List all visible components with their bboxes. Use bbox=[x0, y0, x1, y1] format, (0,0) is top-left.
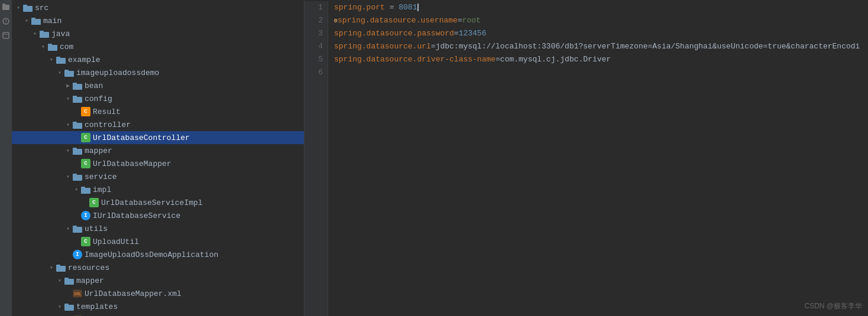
svg-rect-30 bbox=[81, 187, 85, 189]
tree-arrow-example: ▾ bbox=[47, 56, 56, 63]
code-editor: 123456 spring.port = 8081 ⚙spring.dataso… bbox=[305, 0, 868, 316]
line-num-3: 3 bbox=[305, 27, 323, 40]
tree-item-UrlDatabaseMapper[interactable]: CUrlDatabaseMapper bbox=[12, 157, 304, 170]
tree-label-utils: utils bbox=[85, 224, 108, 233]
code-line-1: spring.port = 8081 bbox=[334, 1, 868, 14]
line-num-1: 1 bbox=[305, 1, 323, 14]
tree-arrow-mapper-res: ▾ bbox=[56, 277, 64, 284]
tree-icon-impl bbox=[80, 184, 91, 195]
tree-item-UrlDatabaseServiceImpl[interactable]: CUrlDatabaseServiceImpl bbox=[12, 196, 304, 209]
tree-item-UrlDatabaseController[interactable]: CUrlDatabaseController bbox=[12, 131, 304, 144]
svg-rect-28 bbox=[73, 174, 77, 176]
code-line-2: ⚙spring.datasource.username=root bbox=[334, 14, 868, 27]
tree-arrow-controller: ▾ bbox=[64, 121, 72, 128]
tree-item-impl[interactable]: ▾ impl bbox=[12, 183, 304, 196]
code-line-3: spring.datasource.password=123456 bbox=[334, 27, 868, 40]
tree-label-resources: resources bbox=[68, 263, 109, 272]
tree-label-IUrlDatabaseService: IUrlDatabaseService bbox=[93, 211, 180, 220]
svg-rect-32 bbox=[73, 226, 77, 228]
tree-icon-java bbox=[39, 28, 50, 39]
tree-icon-config bbox=[72, 93, 83, 104]
svg-rect-18 bbox=[64, 70, 69, 72]
line-numbers: 123456 bbox=[305, 1, 328, 316]
svg-rect-22 bbox=[73, 96, 77, 98]
line-num-2: 2 bbox=[305, 14, 323, 27]
tree-icon-com bbox=[47, 41, 58, 52]
line-num-6: 6 bbox=[305, 66, 323, 79]
tree-arrow-com: ▾ bbox=[39, 43, 47, 50]
tree-item-bean[interactable]: ▶ bean bbox=[12, 79, 304, 92]
svg-rect-26 bbox=[73, 148, 77, 150]
tree-item-controller[interactable]: ▾ controller bbox=[12, 118, 304, 131]
tree-icon-imageuploadossdemo bbox=[64, 67, 75, 78]
svg-rect-8 bbox=[23, 5, 27, 7]
tree-icon-utils bbox=[72, 223, 83, 234]
code-content: spring.port = 8081 ⚙spring.datasource.us… bbox=[328, 1, 868, 316]
tree-icon-UrlDatabaseServiceImpl: C bbox=[89, 197, 99, 208]
tree-item-UploadUtil[interactable]: CUploadUtil bbox=[12, 235, 304, 248]
tree-label-templates: templates bbox=[76, 302, 118, 311]
tree-label-UrlDatabaseController: UrlDatabaseController bbox=[93, 133, 190, 142]
tree-item-templates[interactable]: ▾ templates bbox=[12, 300, 304, 313]
tree-icon-main bbox=[31, 15, 41, 26]
tree-icon-mapper-res bbox=[64, 275, 75, 286]
tree-item-IUrlDatabaseService[interactable]: IIUrlDatabaseService bbox=[12, 209, 304, 222]
tree-item-src[interactable]: ▾ src bbox=[12, 1, 304, 14]
left-sidebar bbox=[0, 0, 12, 316]
code-line-6 bbox=[334, 66, 868, 79]
tree-label-main: main bbox=[43, 17, 61, 25]
tree-item-resources[interactable]: ▾ resources bbox=[12, 261, 304, 274]
svg-rect-24 bbox=[73, 122, 77, 124]
tree-arrow-main: ▾ bbox=[22, 17, 31, 24]
tree-item-main[interactable]: ▾ main bbox=[12, 14, 304, 27]
tree-icon-Result: C bbox=[80, 106, 91, 117]
svg-text:XML: XML bbox=[74, 292, 82, 297]
tree-label-Result: Result bbox=[93, 107, 121, 116]
tree-item-java[interactable]: ▾ java bbox=[12, 27, 304, 40]
line-num-5: 5 bbox=[305, 53, 323, 66]
tree-item-ImageUploadOssDemoApplication[interactable]: IImageUploadOssDemoApplication bbox=[12, 248, 304, 261]
tree-icon-UrlDatabaseMapper.xml: XML bbox=[72, 288, 83, 299]
tree-item-Result[interactable]: CResult bbox=[12, 105, 304, 118]
tree-item-UrlDatabaseMapper.xml[interactable]: XML UrlDatabaseMapper.xml bbox=[12, 287, 304, 300]
svg-rect-20 bbox=[73, 83, 77, 85]
tree-arrow-templates: ▾ bbox=[56, 303, 64, 310]
tree-icon-example bbox=[56, 54, 66, 65]
tree-label-UploadUtil: UploadUtil bbox=[93, 237, 139, 246]
tree-label-ImageUploadOssDemoApplication: ImageUploadOssDemoApplication bbox=[85, 250, 218, 259]
tree-item-mapper-res[interactable]: ▾ mapper bbox=[12, 274, 304, 287]
tree-label-com: com bbox=[60, 43, 73, 51]
svg-rect-12 bbox=[40, 31, 44, 33]
tree-icon-mapper bbox=[72, 145, 83, 156]
tree-arrow-java: ▾ bbox=[31, 30, 39, 37]
tree-item-mapper[interactable]: ▾ mapper bbox=[12, 144, 304, 157]
code-lines: 123456 spring.port = 8081 ⚙spring.dataso… bbox=[305, 0, 868, 316]
code-line-5: spring.datasource.driver-class-name=com.… bbox=[334, 53, 868, 66]
tree-item-imageuploadossdemo[interactable]: ▾ imageuploadossdemo bbox=[12, 66, 304, 79]
svg-rect-10 bbox=[31, 18, 35, 20]
tree-icon-service bbox=[72, 171, 83, 182]
tree-arrow-imageuploadossdemo: ▾ bbox=[56, 69, 64, 76]
watermark: CSDN @极客李华 bbox=[804, 301, 862, 311]
tree-item-utils[interactable]: ▾ utils bbox=[12, 222, 304, 235]
tree-arrow-src: ▾ bbox=[14, 4, 22, 11]
file-tree: ▾ src▾ main▾ java▾ com▾ example▾ imageup… bbox=[12, 0, 305, 316]
tree-arrow-impl: ▾ bbox=[72, 186, 80, 193]
tree-icon-src bbox=[22, 2, 33, 13]
tree-label-mapper-res: mapper bbox=[76, 276, 104, 285]
tree-label-UrlDatabaseMapper.xml: UrlDatabaseMapper.xml bbox=[85, 289, 182, 298]
tree-arrow-utils: ▾ bbox=[64, 225, 72, 232]
tree-icon-UrlDatabaseController: C bbox=[80, 132, 91, 143]
tree-icon-controller bbox=[72, 119, 83, 130]
tree-icon-ImageUploadOssDemoApplication: I bbox=[72, 249, 83, 260]
tree-icon-bean bbox=[72, 80, 83, 91]
svg-point-4 bbox=[5, 22, 7, 24]
tree-item-com[interactable]: ▾ com bbox=[12, 40, 304, 53]
tree-arrow-config: ▾ bbox=[64, 95, 72, 102]
tree-item-example[interactable]: ▾ example bbox=[12, 53, 304, 66]
tree-item-index.html[interactable]: HTML index.html bbox=[12, 313, 304, 316]
tree-icon-IUrlDatabaseService: I bbox=[80, 210, 91, 221]
tree-item-service[interactable]: ▾ service bbox=[12, 170, 304, 183]
tree-item-config[interactable]: ▾ config bbox=[12, 92, 304, 105]
tree-arrow-mapper: ▾ bbox=[64, 147, 72, 154]
